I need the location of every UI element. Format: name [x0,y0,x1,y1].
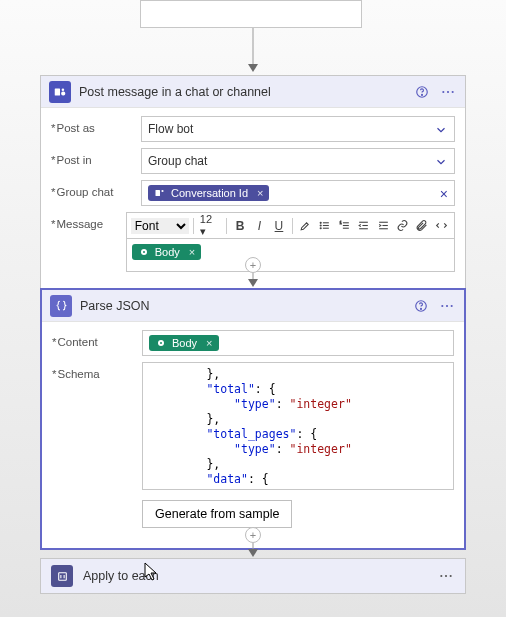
svg-point-7 [452,90,454,92]
indent-button[interactable] [374,217,391,235]
link-button[interactable] [394,217,411,235]
token-conversation-id[interactable]: Conversation Id × [148,185,269,201]
font-size-display[interactable]: 12 ▾ [200,213,221,238]
more-icon[interactable] [437,567,455,585]
label-post-as: *Post as [51,116,141,134]
content-input[interactable]: Body × [142,330,454,356]
label-content: *Content [52,330,142,348]
svg-rect-8 [156,190,161,196]
underline-button[interactable]: U [270,217,287,235]
svg-rect-35 [58,572,66,580]
message-input[interactable]: Body × [126,238,455,272]
svg-point-38 [450,575,452,577]
highlight-button[interactable] [297,217,314,235]
more-icon[interactable] [439,83,457,101]
clear-icon[interactable]: × [440,186,448,202]
card-header[interactable]: Post message in a chat or channel [41,76,465,108]
data-operation-icon [50,295,72,317]
loop-icon [51,565,73,587]
previous-action-stub [140,0,362,28]
connector-arrow [248,64,258,72]
svg-rect-2 [61,91,65,95]
svg-point-31 [446,304,448,306]
label-schema: *Schema [52,362,142,380]
svg-point-5 [442,90,444,92]
svg-point-36 [440,575,442,577]
bullet-list-button[interactable] [316,217,333,235]
action-apply-to-each[interactable]: Apply to each [40,558,466,594]
help-icon[interactable] [412,297,430,315]
bold-button[interactable]: B [231,217,248,235]
number-list-button[interactable]: 1 [335,217,352,235]
rte-toolbar: Font 12 ▾ B I U 1 [126,212,455,238]
cursor-icon [144,562,160,585]
svg-point-29 [421,308,422,309]
more-icon[interactable] [438,297,456,315]
svg-point-27 [143,251,145,253]
schema-textarea[interactable]: }, "total": { "type": "integer" }, "tota… [142,362,454,490]
token-remove-icon[interactable]: × [189,246,195,258]
svg-point-1 [62,88,65,91]
label-group-chat: *Group chat [51,180,141,198]
svg-point-14 [320,228,321,229]
svg-text:1: 1 [339,221,341,225]
svg-point-37 [445,575,447,577]
svg-point-12 [320,225,321,226]
post-as-value: Flow bot [148,122,193,136]
outdent-button[interactable] [355,217,372,235]
clip-button[interactable] [413,217,430,235]
post-in-value: Group chat [148,154,207,168]
connector-arrow [248,549,258,557]
svg-point-30 [441,304,443,306]
group-chat-input[interactable]: Conversation Id × × [141,180,455,206]
token-body[interactable]: Body × [149,335,219,351]
card-header[interactable]: Parse JSON [42,290,464,322]
help-icon[interactable] [413,83,431,101]
card-title: Post message in a chat or channel [79,85,405,99]
card-title: Apply to each [83,569,427,583]
connector-arrow [248,279,258,287]
teams-icon [49,81,71,103]
add-step-button[interactable]: + [245,527,261,543]
svg-point-32 [451,304,453,306]
action-parse-json[interactable]: Parse JSON *Content Body × [40,288,466,550]
connector-line [253,28,254,64]
svg-point-6 [447,90,449,92]
card-title: Parse JSON [80,299,404,313]
token-remove-icon[interactable]: × [206,337,212,349]
token-body[interactable]: Body × [132,244,202,260]
code-view-button[interactable] [433,217,450,235]
chevron-down-icon [434,155,448,172]
add-step-button[interactable]: + [245,257,261,273]
font-select[interactable]: Font [131,218,189,234]
token-remove-icon[interactable]: × [257,187,263,199]
chevron-down-icon [434,123,448,140]
post-as-select[interactable]: Flow bot [141,116,455,142]
italic-button[interactable]: I [251,217,268,235]
svg-point-4 [422,94,423,95]
svg-point-9 [161,190,163,192]
post-in-select[interactable]: Group chat [141,148,455,174]
svg-point-10 [320,222,321,223]
svg-point-34 [160,342,162,344]
svg-rect-0 [55,88,60,95]
label-message: *Message [51,212,126,230]
label-post-in: *Post in [51,148,141,166]
generate-from-sample-button[interactable]: Generate from sample [142,500,292,528]
